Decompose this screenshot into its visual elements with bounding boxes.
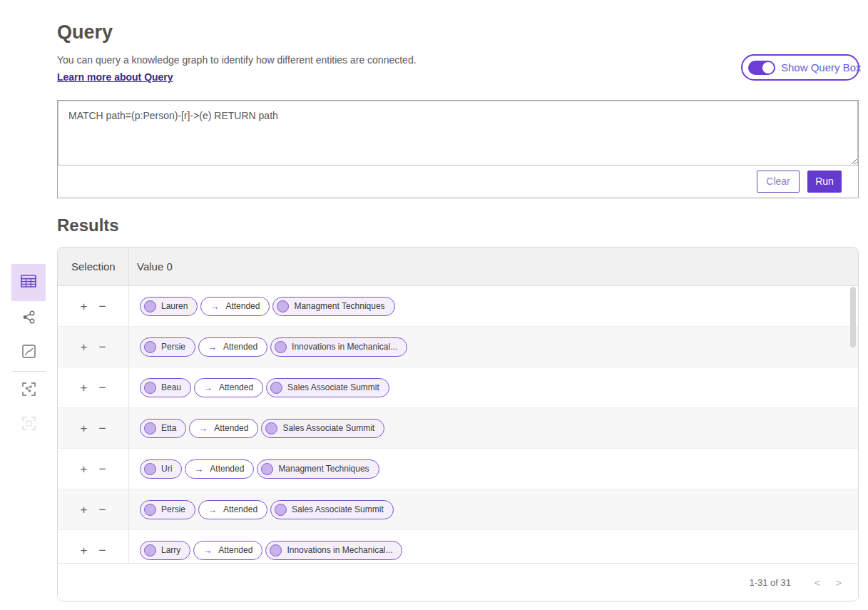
node-pill[interactable]: Etta — [140, 419, 186, 438]
toggle-knob — [762, 62, 774, 73]
node-pill[interactable]: Sales Associate Summit — [261, 419, 384, 438]
add-selection-button[interactable]: + — [81, 463, 88, 475]
table-footer: 1-31 of 31 < > — [58, 563, 858, 601]
node-pill[interactable]: Sales Associate Summit — [270, 500, 394, 519]
node-pill[interactable]: Persie — [140, 337, 195, 357]
edge-pill[interactable]: →Attended — [198, 500, 267, 519]
node-pill[interactable]: Beau — [140, 378, 191, 397]
selection-cell: + − — [58, 530, 129, 564]
chevron-right-icon: > — [836, 576, 842, 589]
node-pill[interactable]: Lauren — [140, 297, 198, 316]
sidebar-item-graph-view[interactable] — [11, 301, 46, 335]
remove-selection-button[interactable]: − — [99, 422, 106, 434]
scrollbar-thumb[interactable] — [850, 287, 856, 347]
node-label: Sales Associate Summit — [287, 382, 379, 392]
table-scrollbar[interactable] — [850, 287, 856, 564]
add-selection-button[interactable]: + — [81, 341, 88, 353]
arrow-right-icon: → — [203, 382, 213, 393]
path-cell: Beau →Attended Sales Associate Summit — [129, 367, 858, 407]
node-label: Innovations in Mechanical... — [287, 545, 392, 555]
sidebar-item-table-view[interactable] — [11, 264, 46, 301]
edge-pill[interactable]: →Attended — [193, 541, 262, 560]
edge-pill[interactable]: →Attended — [194, 378, 263, 397]
node-pill[interactable]: Managment Techniques — [257, 459, 379, 479]
prev-page-button[interactable]: < — [807, 571, 828, 593]
node-label: Larry — [161, 545, 180, 555]
selection-cell: + − — [58, 449, 129, 489]
sidebar-divider — [11, 371, 46, 372]
column-header-selection: Selection — [58, 248, 129, 285]
edge-label: Attended — [223, 504, 257, 514]
node-icon — [275, 341, 287, 353]
edge-pill[interactable]: →Attended — [185, 459, 254, 479]
selection-cell: + − — [58, 489, 129, 529]
selection-cell: + − — [58, 408, 129, 448]
arrow-right-icon: → — [208, 504, 217, 515]
node-icon — [144, 422, 156, 434]
node-label: Managment Techniques — [278, 464, 369, 474]
toggle-label: Show Query Box — [781, 61, 862, 73]
node-pill[interactable]: Larry — [140, 541, 190, 560]
node-icon — [261, 463, 273, 475]
edge-pill[interactable]: →Attended — [198, 337, 267, 357]
results-table: Selection Value 0 + − Lauren →Attended M… — [57, 247, 859, 601]
run-button[interactable]: Run — [807, 171, 842, 193]
add-selection-button[interactable]: + — [81, 382, 88, 394]
table-row: + − Persie →Attended Sales Associate Sum… — [58, 489, 858, 530]
remove-selection-button[interactable]: − — [99, 300, 106, 312]
table-body: + − Lauren →Attended Managment Technique… — [58, 286, 858, 564]
table-row: + − Etta →Attended Sales Associate Summi… — [58, 408, 858, 449]
query-input[interactable]: MATCH path=(p:Person)-[r]->(e) RETURN pa… — [58, 101, 858, 166]
node-icon — [144, 341, 156, 353]
remove-selection-button[interactable]: − — [99, 544, 106, 556]
path-cell: Etta →Attended Sales Associate Summit — [129, 408, 858, 448]
path-cell: Persie →Attended Innovations in Mechanic… — [129, 327, 858, 367]
page-title: Query — [57, 21, 113, 44]
remove-selection-button[interactable]: − — [99, 341, 106, 353]
sidebar-item-chart-view[interactable] — [11, 335, 46, 370]
view-switcher-sidebar — [11, 264, 46, 442]
table-row: + − Beau →Attended Sales Associate Summi… — [58, 367, 858, 408]
node-pill[interactable]: Uri — [140, 459, 182, 479]
selection-cell: + − — [58, 327, 129, 367]
node-icon — [144, 504, 156, 516]
node-icon — [144, 300, 156, 312]
add-selection-button[interactable]: + — [81, 544, 88, 556]
node-pill[interactable]: Managment Techniques — [272, 297, 394, 316]
share-graph-icon — [22, 310, 36, 327]
query-box: MATCH path=(p:Person)-[r]->(e) RETURN pa… — [57, 100, 859, 198]
remove-selection-button[interactable]: − — [99, 504, 106, 516]
node-pill[interactable]: Innovations in Mechanical... — [265, 541, 402, 560]
add-selection-button[interactable]: + — [81, 504, 88, 516]
show-query-box-toggle[interactable]: Show Query Box — [741, 54, 859, 81]
table-row: + − Larry →Attended Innovations in Mecha… — [58, 530, 858, 564]
selection-cell: + − — [58, 286, 129, 326]
node-pill[interactable]: Persie — [140, 500, 195, 519]
table-row: + − Lauren →Attended Managment Technique… — [58, 286, 858, 327]
next-page-button[interactable]: > — [828, 571, 849, 593]
arrow-right-icon: → — [203, 545, 212, 556]
node-icon — [277, 300, 289, 312]
node-label: Persie — [161, 342, 185, 352]
arrow-right-icon: → — [198, 423, 208, 434]
chart-icon — [22, 345, 36, 361]
path-cell: Persie →Attended Sales Associate Summit — [129, 489, 858, 529]
node-label: Uri — [161, 464, 172, 474]
node-label: Sales Associate Summit — [282, 423, 374, 433]
edge-pill[interactable]: →Attended — [200, 297, 270, 316]
query-actions: Clear Run — [58, 165, 858, 198]
sidebar-item-frame-graph-view[interactable] — [11, 373, 46, 407]
node-pill[interactable]: Sales Associate Summit — [266, 378, 389, 397]
node-pill[interactable]: Innovations in Mechanical... — [270, 337, 407, 357]
remove-selection-button[interactable]: − — [99, 382, 106, 394]
node-label: Etta — [161, 423, 176, 433]
toggle-switch-icon[interactable] — [748, 61, 775, 75]
add-selection-button[interactable]: + — [81, 300, 88, 312]
clear-button[interactable]: Clear — [757, 171, 800, 193]
add-selection-button[interactable]: + — [81, 422, 88, 434]
learn-more-link[interactable]: Learn more about Query — [57, 71, 173, 83]
edge-pill[interactable]: →Attended — [189, 419, 258, 438]
node-label: Innovations in Mechanical... — [292, 342, 397, 352]
node-icon — [265, 422, 277, 434]
remove-selection-button[interactable]: − — [99, 463, 106, 475]
